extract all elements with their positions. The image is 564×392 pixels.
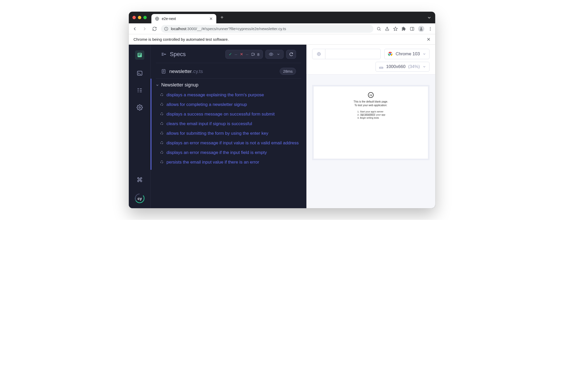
minimize-window-button[interactable]: [138, 16, 141, 19]
pending-count: 8: [257, 52, 259, 57]
banner-close-icon[interactable]: ✕: [427, 37, 431, 42]
tab-close-icon[interactable]: ✕: [209, 16, 213, 21]
test-row[interactable]: displays an error message if input value…: [156, 138, 301, 148]
svg-rect-17: [137, 71, 142, 75]
test-row[interactable]: displays an error message if the input f…: [156, 148, 301, 158]
svg-rect-15: [138, 54, 141, 54]
automation-banner-text: Chrome is being controlled by automated …: [133, 37, 229, 42]
svg-point-34: [271, 54, 272, 55]
svg-point-43: [161, 132, 163, 134]
svg-point-42: [161, 122, 163, 125]
test-row[interactable]: clears the email input if signup is succ…: [156, 119, 301, 129]
cypress-logo-icon[interactable]: cy: [135, 193, 145, 204]
kebab-menu-icon[interactable]: [428, 26, 433, 31]
blank-page-steps: Start your app's server cy.visit() your …: [356, 110, 385, 120]
svg-point-4: [377, 27, 380, 30]
test-title: displays an error message if the input f…: [166, 150, 267, 156]
fail-count: --: [246, 52, 249, 57]
forward-button[interactable]: [141, 25, 148, 32]
browser-tab[interactable]: e2e-next ✕: [151, 14, 216, 23]
rerun-button[interactable]: [286, 50, 296, 59]
maximize-window-button[interactable]: [143, 16, 147, 19]
spinner-icon: [160, 93, 164, 96]
window-controls: [132, 16, 147, 19]
test-title: displays an error message if input value…: [166, 140, 299, 146]
spinner-icon: [160, 112, 164, 116]
spinner-icon: [160, 151, 164, 154]
pass-icon: ✓: [229, 52, 232, 57]
sidebar-settings-icon[interactable]: [136, 104, 143, 111]
test-row[interactable]: displays a message explaining the form's…: [156, 90, 301, 100]
titlebar: e2e-next ✕ +: [129, 12, 435, 23]
svg-point-21: [138, 89, 138, 89]
bookmark-icon[interactable]: [393, 26, 398, 31]
fail-icon: ✕: [240, 52, 243, 57]
new-tab-button[interactable]: +: [220, 15, 224, 21]
sidebar-runs-icon[interactable]: [136, 70, 143, 77]
sidebar-specs-icon[interactable]: [135, 50, 144, 60]
test-title: displays a success message on successful…: [166, 111, 275, 117]
sidebar: cy: [129, 45, 151, 208]
tab-overflow-icon[interactable]: [427, 15, 432, 20]
globe-icon: [155, 17, 159, 21]
test-row[interactable]: allows for completing a newsletter signu…: [156, 100, 301, 110]
close-window-button[interactable]: [132, 16, 136, 19]
browser-toolbar: localhost:3000/__/#/specs/runner?file=cy…: [129, 23, 435, 34]
specs-title: Specs: [170, 51, 186, 58]
reporter-panel: Specs ✓ -- ✕ -- 8: [151, 45, 306, 208]
chevron-down-icon: [422, 65, 426, 69]
cypress-small-logo-icon: cy: [368, 92, 374, 98]
test-row[interactable]: allows for submitting the form by using …: [156, 129, 301, 138]
site-info-icon[interactable]: [164, 27, 168, 31]
share-icon[interactable]: [385, 26, 390, 31]
svg-rect-8: [410, 27, 414, 30]
suite-title-row[interactable]: Newsletter signup: [156, 81, 301, 90]
list-item: cy.visit() your app: [360, 113, 385, 116]
test-row[interactable]: persists the email input value if there …: [156, 158, 301, 167]
pending-icon: [251, 52, 255, 56]
test-title: allows for submitting the form by using …: [166, 131, 268, 137]
reload-button[interactable]: [151, 25, 158, 32]
view-options-button[interactable]: [265, 50, 284, 59]
reporter-header: Specs ✓ -- ✕ -- 8: [156, 45, 301, 63]
viewport-scale: (34%): [408, 64, 420, 69]
stats-pill: ✓ -- ✕ -- 8: [225, 50, 263, 59]
browser-selector[interactable]: Chrome 103: [384, 49, 429, 59]
automation-banner: Chrome is being controlled by automated …: [129, 34, 435, 45]
spinner-icon: [160, 103, 164, 106]
svg-point-47: [317, 52, 320, 56]
spinner-icon: [160, 132, 164, 135]
spinner-icon: [160, 122, 164, 125]
svg-marker-7: [394, 27, 398, 30]
svg-point-44: [161, 141, 163, 144]
viewport-selector[interactable]: 1000x660 (34%): [375, 62, 429, 72]
sidebar-debug-icon[interactable]: [136, 87, 143, 94]
back-button[interactable]: [131, 25, 138, 32]
url-text: localhost:3000/__/#/specs/runner?file=cy…: [171, 26, 286, 31]
file-icon: [161, 69, 166, 74]
sidepanel-icon[interactable]: [410, 26, 414, 31]
list-item: Start your app's server: [360, 110, 385, 113]
address-bar[interactable]: localhost:3000/__/#/specs/runner?file=cy…: [161, 25, 373, 33]
svg-point-41: [161, 113, 163, 115]
chrome-icon: [388, 51, 393, 57]
spinner-icon: [160, 141, 164, 144]
svg-point-11: [430, 27, 431, 28]
test-title: allows for completing a newsletter signu…: [166, 102, 247, 108]
selector-playground-icon[interactable]: [312, 49, 325, 59]
extensions-icon[interactable]: [401, 26, 406, 31]
aut-header: Chrome 103 1000x660 (34%): [306, 45, 435, 75]
toolbar-actions: [377, 26, 433, 32]
zoom-icon[interactable]: [377, 26, 381, 31]
keyboard-shortcuts-icon[interactable]: [136, 176, 143, 183]
svg-rect-16: [138, 55, 140, 55]
aut-panel: Chrome 103 1000x660 (34%): [306, 45, 435, 208]
test-row[interactable]: displays a success message on successful…: [156, 110, 301, 119]
spec-file-row[interactable]: newsletter.cy.ts 28ms: [156, 63, 301, 79]
svg-point-10: [420, 27, 422, 29]
viewport-size: 1000x660: [386, 64, 406, 69]
profile-avatar[interactable]: [418, 26, 424, 32]
aut-url-field[interactable]: [312, 49, 381, 59]
svg-point-48: [318, 53, 319, 55]
test-title: displays a message explaining the form's…: [166, 92, 264, 98]
